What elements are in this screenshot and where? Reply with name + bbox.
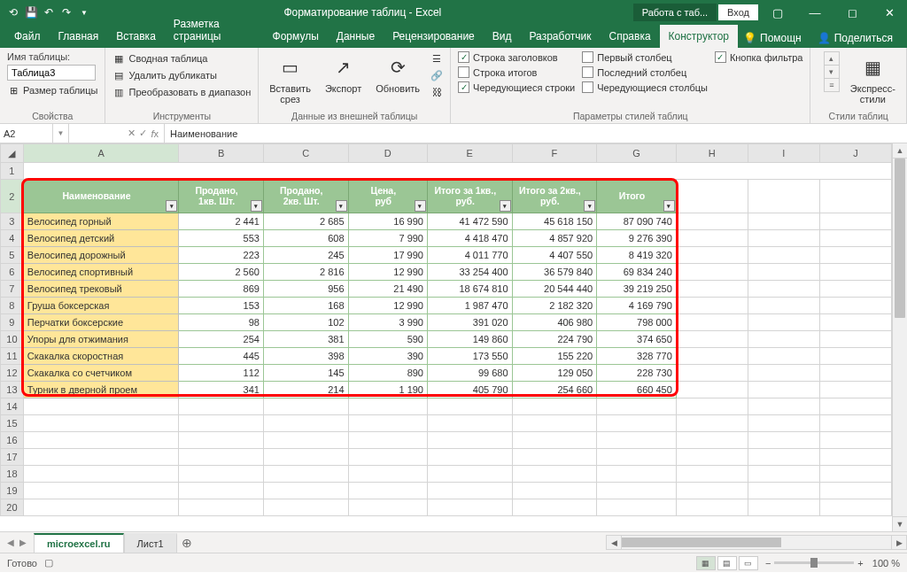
row-header[interactable]: 14 [1,398,24,415]
cancel-formula-icon[interactable]: ✕ [128,128,136,139]
share-button[interactable]: 👤Поделиться [812,28,898,48]
tab-file[interactable]: Файл [5,25,50,48]
autosave-icon[interactable]: ⟲ [5,4,21,20]
tab-pagelayout[interactable]: Разметка страницы [165,12,264,48]
ribbon-options-icon[interactable]: ▢ [760,0,795,25]
table-cell[interactable]: Скакалка скоростная [23,348,178,365]
redo-icon[interactable]: ↷ [58,4,74,20]
tab-design[interactable]: Конструктор [660,25,738,48]
table-cell[interactable]: 153 [179,298,264,314]
table-cell[interactable]: Груша боксерская [23,298,178,314]
table-cell[interactable]: 406 980 [512,314,597,331]
table-cell[interactable]: 660 450 [597,382,677,398]
tab-insert[interactable]: Вставка [107,25,165,48]
table-cell[interactable]: 4 418 470 [427,230,512,247]
row-header[interactable]: 11 [1,348,24,365]
filter-dropdown-icon[interactable]: ▾ [166,200,177,212]
worksheet-grid[interactable]: ◢ A B C D E F G H I J 1 2Наименование▾Пр… [0,143,892,516]
col-header[interactable]: H [676,144,748,163]
table-cell[interactable]: 398 [263,348,348,365]
table-header-cell[interactable]: Продано, 2кв. Шт.▾ [263,180,348,213]
table-cell[interactable]: 2 560 [179,264,264,281]
table-cell[interactable]: 17 990 [348,247,427,264]
tab-formulas[interactable]: Формулы [264,25,328,48]
table-cell[interactable]: 8 419 320 [597,247,677,264]
table-cell[interactable]: 36 579 840 [512,264,597,281]
tab-developer[interactable]: Разработчик [521,25,601,48]
export-button[interactable]: ↗Экспорт [322,51,365,96]
table-header-cell[interactable]: Итого▾ [597,180,677,213]
scroll-thumb[interactable] [895,159,905,318]
table-cell[interactable]: 4 407 550 [512,247,597,264]
row-header[interactable]: 6 [1,264,24,281]
col-header[interactable]: D [348,144,427,163]
table-cell[interactable]: 2 441 [179,213,264,230]
sheet-nav-prev-icon[interactable]: ◀ [7,538,14,547]
table-cell[interactable]: 254 660 [512,382,597,398]
enter-formula-icon[interactable]: ✓ [139,128,147,139]
table-cell[interactable]: 2 182 320 [512,298,597,314]
scroll-up-icon[interactable]: ▲ [893,143,907,159]
table-cell[interactable]: 39 219 250 [597,281,677,298]
col-header[interactable]: A [23,144,178,163]
row-header[interactable]: 3 [1,213,24,230]
row-header[interactable]: 20 [1,499,24,516]
sheet-tab[interactable]: Лист1 [124,533,177,553]
table-cell[interactable]: 99 680 [427,365,512,382]
table-cell[interactable]: 21 490 [348,281,427,298]
row-header[interactable]: 17 [1,449,24,466]
horizontal-scrollbar[interactable]: ◀ ▶ [606,535,907,550]
scroll-right-icon[interactable]: ▶ [891,536,906,549]
filter-dropdown-icon[interactable]: ▾ [415,200,426,212]
vertical-scrollbar[interactable]: ▲ ▼ [892,143,907,531]
table-cell[interactable]: 245 [263,247,348,264]
table-cell[interactable]: 102 [263,314,348,331]
sheet-tab-active[interactable]: microexcel.ru [34,533,124,553]
table-cell[interactable]: 590 [348,331,427,348]
table-cell[interactable]: Перчатки боксерские [23,314,178,331]
col-header[interactable]: E [427,144,512,163]
table-cell[interactable]: Турник в дверной проем [23,382,178,398]
table-cell[interactable]: 98 [179,314,264,331]
table-cell[interactable]: Велосипед трековый [23,281,178,298]
table-cell[interactable]: 445 [179,348,264,365]
table-cell[interactable]: 341 [179,382,264,398]
fx-icon[interactable]: fx [151,128,159,139]
first-column-checkbox[interactable]: Первый столбец [582,51,708,63]
minimize-button[interactable]: — [797,0,833,25]
hscroll-thumb[interactable] [622,538,781,547]
table-cell[interactable]: 41 472 590 [427,213,512,230]
row-header[interactable]: 19 [1,483,24,499]
zoom-in-button[interactable]: + [857,558,863,569]
table-cell[interactable]: 7 990 [348,230,427,247]
table-cell[interactable]: 869 [179,281,264,298]
macro-record-icon[interactable]: ▢ [44,557,53,569]
qat-dropdown-icon[interactable]: ▼ [76,4,92,20]
table-cell[interactable]: 254 [179,331,264,348]
table-cell[interactable]: 1 987 470 [427,298,512,314]
row-header[interactable]: 1 [1,163,24,180]
row-header[interactable]: 15 [1,415,24,432]
tab-help[interactable]: Справка [601,25,660,48]
refresh-button[interactable]: ⟳Обновить [372,51,423,96]
table-cell[interactable]: 228 730 [597,365,677,382]
filter-dropdown-icon[interactable]: ▾ [336,200,347,212]
col-header[interactable]: I [748,144,819,163]
row-header[interactable]: 10 [1,331,24,348]
table-cell[interactable]: Велосипед горный [23,213,178,230]
table-cell[interactable]: Велосипед детский [23,230,178,247]
table-cell[interactable]: 390 [348,348,427,365]
row-header[interactable]: 7 [1,281,24,298]
row-header[interactable]: 8 [1,298,24,314]
table-cell[interactable]: 9 276 390 [597,230,677,247]
tab-view[interactable]: Вид [484,25,521,48]
banded-rows-checkbox[interactable]: ✓Чередующиеся строки [458,81,575,93]
col-header[interactable]: B [179,144,264,163]
table-cell[interactable]: 4 857 920 [512,230,597,247]
table-cell[interactable]: 33 254 400 [427,264,512,281]
table-cell[interactable]: 2 816 [263,264,348,281]
quick-styles-button[interactable]: ▦Экспресс- стили [847,51,899,106]
table-cell[interactable]: 214 [263,382,348,398]
view-normal-button[interactable]: ▦ [696,556,716,570]
table-cell[interactable]: Велосипед дорожный [23,247,178,264]
